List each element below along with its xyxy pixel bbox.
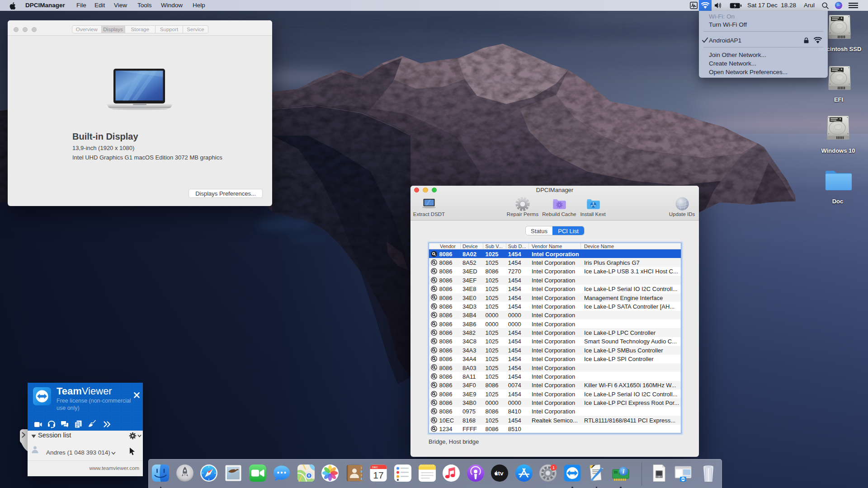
svg-text:17: 17 — [373, 470, 384, 480]
svg-text:i: i — [623, 468, 624, 475]
svg-text:1: 1 — [552, 465, 555, 470]
svg-text:tv: tv — [498, 470, 504, 477]
svg-text:DEC: DEC — [372, 465, 378, 469]
